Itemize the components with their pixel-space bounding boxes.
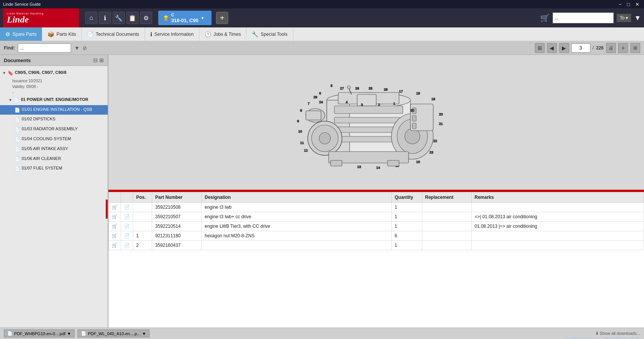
svg-text:24: 24 <box>319 100 323 104</box>
doc-btn-0[interactable]: 📄 <box>121 203 133 212</box>
cart-btn-3[interactable]: 🛒 <box>109 231 121 241</box>
tab-technical-docs[interactable]: 📄 Technical Documents <box>82 27 145 41</box>
model-selector[interactable]: 👷 C 318-01, C90 ▼ <box>158 11 211 25</box>
doc-btn-3[interactable]: 📄 <box>121 231 133 241</box>
model-line1: C <box>171 13 199 18</box>
cell-pos-4: 2 <box>133 241 152 250</box>
footer-file-1[interactable]: 📄 PDF_WHBPG10-en-0....pdf ▼ <box>4 329 75 337</box>
special-tools-label: Special Tools <box>261 32 288 37</box>
search-input[interactable] <box>555 15 600 21</box>
window-controls: − □ ✕ <box>617 2 641 7</box>
model-dropdown-arrow: ▼ <box>201 16 205 20</box>
spare-parts-label: Spare Parts <box>13 32 37 37</box>
svg-text:26: 26 <box>355 86 359 90</box>
find-right: ⊞ ◀ ▶ / 226 🖨 ≡ ⊞ <box>535 43 640 53</box>
page-view-btn[interactable]: ⊞ <box>535 43 545 53</box>
home-icon[interactable]: ⌂ <box>85 12 97 24</box>
cell-remarks-4 <box>471 241 644 250</box>
find-bar: Find: ▼ ⊘ ⊞ ◀ ▶ / 226 🖨 ≡ ⊞ <box>0 41 644 55</box>
table-header-row: Pos. Part Number Designation Quantity Re… <box>109 192 644 203</box>
search-direction-label[interactable]: To ▾ <box>617 14 631 22</box>
tab-spare-parts[interactable]: ⚙ Spare Parts <box>0 27 42 41</box>
svg-point-55 <box>347 86 350 89</box>
svg-text:18: 18 <box>416 91 420 95</box>
file-1-arrow: ▼ <box>67 331 71 336</box>
doc-btn-2[interactable]: 📄 <box>121 222 133 231</box>
cooling-label: 01/04 COOLING SYSTEM <box>22 136 71 142</box>
tab-parts-kits[interactable]: 📦 Parts Kits <box>42 27 81 41</box>
maximize-btn[interactable]: □ <box>625 2 631 7</box>
col-cart <box>109 192 121 203</box>
sidebar-collapse-icon[interactable]: ⊟ <box>93 57 98 63</box>
find-input[interactable] <box>18 43 71 53</box>
tree-item-radiator[interactable]: 📄 01/03 RADIATOR ASSEMBLY <box>0 125 108 134</box>
tree-item-cooling[interactable]: 📄 01/04 COOLING SYSTEM <box>0 134 108 144</box>
print-btn[interactable]: 🖨 <box>606 43 616 53</box>
sidebar-expand-icon[interactable]: ⊞ <box>99 57 104 63</box>
cart-btn-0[interactable]: 🛒 <box>109 203 121 212</box>
cart-icon[interactable]: 🛒 <box>540 13 550 22</box>
tab-service-info[interactable]: ℹ Service Information <box>145 27 199 41</box>
list-view-btn[interactable]: ≡ <box>618 43 628 53</box>
tree-item-fuel-system[interactable]: 📄 01/07 FUEL SYSTEM <box>0 164 108 174</box>
close-btn[interactable]: ✕ <box>634 2 641 7</box>
svg-text:29: 29 <box>313 95 317 99</box>
cell-replacement-1 <box>422 212 471 222</box>
settings-icon[interactable]: ⚙ <box>140 12 152 24</box>
table-row: 🛒 📄 3592210507 engine t3 lwb+ cc drive 1… <box>109 212 644 222</box>
global-filter-icon[interactable]: ▼ <box>634 14 641 22</box>
cell-quantity-3: 6 <box>391 231 422 241</box>
show-all-downloads[interactable]: ⬇ Show all downloads... <box>595 331 640 336</box>
info-icon[interactable]: ℹ <box>99 12 111 24</box>
cell-designation-3: hexagon nut M20-8-ZNS <box>202 231 392 241</box>
prev-page-btn[interactable]: ◀ <box>547 43 557 53</box>
tree-item-engine-install[interactable]: 📄 01/01 ENGINE INSTALLATION - QSB <box>0 105 108 115</box>
parts-table-area[interactable]: Pos. Part Number Designation Quantity Re… <box>108 192 644 328</box>
svg-text:2: 2 <box>378 103 380 107</box>
tree-item-dipsticks[interactable]: 📄 01/02 DIPSTICKS <box>0 115 108 125</box>
doc-btn-4[interactable]: 📄 <box>121 241 133 250</box>
svg-text:12: 12 <box>304 149 308 152</box>
doc-btn-1[interactable]: 📄 <box>121 212 133 222</box>
main-content: Documents ⊟ ⊞ ▼ 🔖 C90/5, C90/6, C90/7, C… <box>0 55 644 328</box>
grid-view-btn[interactable]: ⊞ <box>630 43 640 53</box>
svg-text:22: 22 <box>433 139 437 143</box>
tree-item-air-intake[interactable]: 📄 01/05 AIR INTAKE ASSY <box>0 144 108 154</box>
print-icon[interactable]: 📋 <box>126 12 138 24</box>
power-unit-arrow: ▼ <box>8 98 12 103</box>
add-tab-button[interactable]: + <box>216 12 228 24</box>
find-filter-icon[interactable]: ▼ <box>74 45 80 51</box>
tab-special-tools[interactable]: 🔧 Special Tools <box>246 27 293 41</box>
svg-rect-3 <box>334 106 403 114</box>
air-intake-label: 01/05 AIR INTAKE ASSY <box>22 146 68 152</box>
cell-quantity-0: 1 <box>391 203 422 212</box>
tree-item-air-cleaner[interactable]: 📄 01/06 AIR CLEANER <box>0 154 108 164</box>
cell-pos-0 <box>133 203 152 212</box>
feedback-email[interactable]: service.software@linde-mh.de <box>588 337 639 339</box>
svg-text:11: 11 <box>300 141 304 145</box>
svg-text:8: 8 <box>300 109 302 112</box>
tree-item-power-unit[interactable]: ▼ 📄 01 POWER UNIT: ENGINE/MOTOR <box>0 95 108 105</box>
footer-file-2[interactable]: 📄 PDF_WL_040_A10-en....p... ▼ <box>78 329 149 337</box>
svg-text:21: 21 <box>439 122 443 126</box>
power-unit-icon: 📄 <box>14 97 19 104</box>
tree-item-root[interactable]: ▼ 🔖 C90/5, C90/6, C90/7, C90/8 <box>0 68 108 78</box>
cart-btn-4[interactable]: 🛒 <box>109 241 121 250</box>
service-info-label: Service Information <box>154 32 194 37</box>
cart-btn-1[interactable]: 🛒 <box>109 212 121 222</box>
svg-text:13: 13 <box>357 165 361 169</box>
minimize-btn[interactable]: − <box>617 2 623 7</box>
sidebar-title: Documents <box>4 58 31 63</box>
root-label: C90/5, C90/6, C90/7, C90/8 <box>15 70 67 75</box>
tab-jobs-times[interactable]: 🕐 Jobs & Times <box>199 27 246 41</box>
page-separator: / <box>593 45 594 51</box>
find-clear-icon[interactable]: ⊘ <box>83 45 87 51</box>
cell-designation-4 <box>202 241 392 250</box>
cell-part-number-2: 3592210514 <box>152 222 202 231</box>
cart-btn-2[interactable]: 🛒 <box>109 222 121 231</box>
next-page-btn[interactable]: ▶ <box>559 43 569 53</box>
cell-replacement-2 <box>422 222 471 231</box>
tree-meta-issuance: Issuance 10/2021 <box>0 78 108 84</box>
current-page-input[interactable] <box>571 43 590 53</box>
tools-icon[interactable]: 🔧 <box>113 12 125 24</box>
